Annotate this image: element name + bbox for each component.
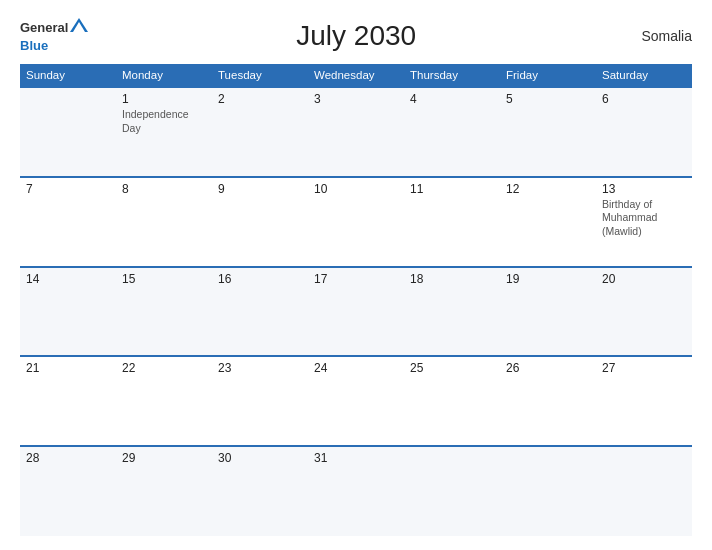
calendar-cell: 16 bbox=[212, 267, 308, 357]
day-number: 1 bbox=[122, 92, 206, 106]
day-number: 3 bbox=[314, 92, 398, 106]
calendar-cell: 9 bbox=[212, 177, 308, 267]
calendar-cell bbox=[404, 446, 500, 536]
calendar-cell: 15 bbox=[116, 267, 212, 357]
calendar-cell: 12 bbox=[500, 177, 596, 267]
calendar-cell: 17 bbox=[308, 267, 404, 357]
day-number: 23 bbox=[218, 361, 302, 375]
logo: General Blue bbox=[20, 18, 90, 54]
day-number: 7 bbox=[26, 182, 110, 196]
day-number: 22 bbox=[122, 361, 206, 375]
day-number: 21 bbox=[26, 361, 110, 375]
calendar-cell: 29 bbox=[116, 446, 212, 536]
day-number: 4 bbox=[410, 92, 494, 106]
logo-blue-text: Blue bbox=[20, 38, 48, 53]
day-number: 29 bbox=[122, 451, 206, 465]
day-number: 11 bbox=[410, 182, 494, 196]
calendar-week-row: 1Independence Day23456 bbox=[20, 87, 692, 177]
calendar-cell: 8 bbox=[116, 177, 212, 267]
calendar-cell: 23 bbox=[212, 356, 308, 446]
col-tuesday: Tuesday bbox=[212, 64, 308, 87]
calendar-cell: 21 bbox=[20, 356, 116, 446]
calendar-cell: 20 bbox=[596, 267, 692, 357]
calendar-header-row: Sunday Monday Tuesday Wednesday Thursday… bbox=[20, 64, 692, 87]
day-number: 19 bbox=[506, 272, 590, 286]
day-number: 28 bbox=[26, 451, 110, 465]
calendar-cell: 19 bbox=[500, 267, 596, 357]
calendar-cell: 24 bbox=[308, 356, 404, 446]
day-number: 8 bbox=[122, 182, 206, 196]
day-number: 2 bbox=[218, 92, 302, 106]
day-number: 6 bbox=[602, 92, 686, 106]
calendar-title: July 2030 bbox=[90, 20, 622, 52]
day-number: 31 bbox=[314, 451, 398, 465]
calendar-cell: 25 bbox=[404, 356, 500, 446]
col-thursday: Thursday bbox=[404, 64, 500, 87]
calendar-cell bbox=[596, 446, 692, 536]
calendar-page: General Blue July 2030 Somalia Sunday Mo… bbox=[0, 0, 712, 550]
col-sunday: Sunday bbox=[20, 64, 116, 87]
day-number: 16 bbox=[218, 272, 302, 286]
country-label: Somalia bbox=[622, 28, 692, 44]
calendar-cell: 18 bbox=[404, 267, 500, 357]
calendar-cell: 28 bbox=[20, 446, 116, 536]
calendar-cell: 6 bbox=[596, 87, 692, 177]
logo-general-text: General bbox=[20, 20, 68, 35]
col-saturday: Saturday bbox=[596, 64, 692, 87]
calendar-header: General Blue July 2030 Somalia bbox=[20, 18, 692, 54]
calendar-cell: 30 bbox=[212, 446, 308, 536]
col-monday: Monday bbox=[116, 64, 212, 87]
calendar-cell: 10 bbox=[308, 177, 404, 267]
day-number: 15 bbox=[122, 272, 206, 286]
holiday-label: Birthday of Muhammad (Mawlid) bbox=[602, 198, 686, 239]
calendar-week-row: 14151617181920 bbox=[20, 267, 692, 357]
calendar-cell: 27 bbox=[596, 356, 692, 446]
calendar-cell: 11 bbox=[404, 177, 500, 267]
calendar-cell: 2 bbox=[212, 87, 308, 177]
day-number: 13 bbox=[602, 182, 686, 196]
calendar-week-row: 78910111213Birthday of Muhammad (Mawlid) bbox=[20, 177, 692, 267]
holiday-label: Independence Day bbox=[122, 108, 206, 135]
day-number: 5 bbox=[506, 92, 590, 106]
day-number: 9 bbox=[218, 182, 302, 196]
calendar-cell: 26 bbox=[500, 356, 596, 446]
logo-triangle-icon bbox=[70, 18, 88, 36]
day-number: 17 bbox=[314, 272, 398, 286]
calendar-cell: 4 bbox=[404, 87, 500, 177]
calendar-cell: 7 bbox=[20, 177, 116, 267]
calendar-cell: 31 bbox=[308, 446, 404, 536]
day-number: 18 bbox=[410, 272, 494, 286]
calendar-cell bbox=[500, 446, 596, 536]
calendar-cell: 13Birthday of Muhammad (Mawlid) bbox=[596, 177, 692, 267]
calendar-cell bbox=[20, 87, 116, 177]
day-number: 12 bbox=[506, 182, 590, 196]
calendar-table: Sunday Monday Tuesday Wednesday Thursday… bbox=[20, 64, 692, 536]
day-number: 25 bbox=[410, 361, 494, 375]
day-number: 24 bbox=[314, 361, 398, 375]
calendar-cell: 1Independence Day bbox=[116, 87, 212, 177]
calendar-cell: 5 bbox=[500, 87, 596, 177]
calendar-cell: 14 bbox=[20, 267, 116, 357]
day-number: 26 bbox=[506, 361, 590, 375]
day-number: 27 bbox=[602, 361, 686, 375]
calendar-cell: 3 bbox=[308, 87, 404, 177]
day-number: 14 bbox=[26, 272, 110, 286]
day-number: 20 bbox=[602, 272, 686, 286]
calendar-week-row: 21222324252627 bbox=[20, 356, 692, 446]
day-number: 30 bbox=[218, 451, 302, 465]
col-wednesday: Wednesday bbox=[308, 64, 404, 87]
day-number: 10 bbox=[314, 182, 398, 196]
col-friday: Friday bbox=[500, 64, 596, 87]
calendar-cell: 22 bbox=[116, 356, 212, 446]
calendar-week-row: 28293031 bbox=[20, 446, 692, 536]
